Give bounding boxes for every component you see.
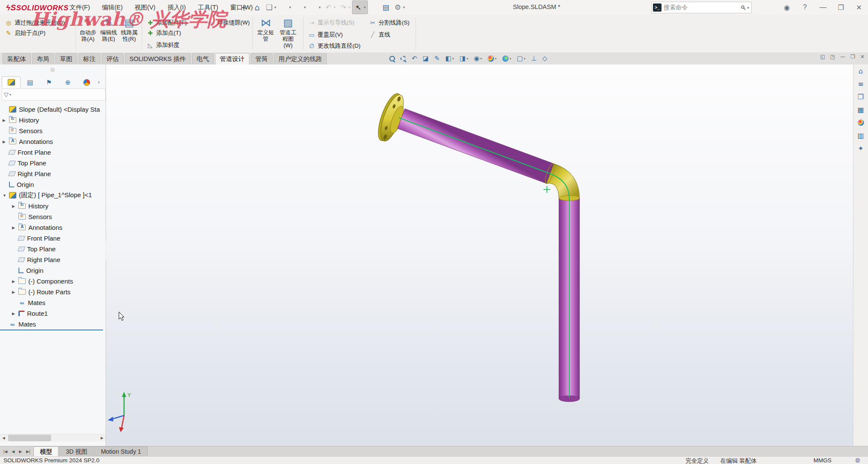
- tree-item[interactable]: Origin: [0, 179, 106, 190]
- tree-expander-icon[interactable]: ▶: [12, 204, 18, 208]
- tabs-scroll-prev-icon[interactable]: ◀: [10, 449, 16, 454]
- task-pane-tab[interactable]: ▦: [853, 103, 868, 116]
- change-route-diameter-button[interactable]: ∅ 更改线路直径(D): [307, 41, 362, 51]
- quick-access-button[interactable]: ⌂: [251, 1, 263, 14]
- document-tab[interactable]: Motion Study 1: [94, 446, 147, 457]
- quick-access-button[interactable]: ❏ ▾: [263, 1, 278, 14]
- tree-expander-icon[interactable]: ▶: [12, 226, 18, 230]
- tree-item[interactable]: ▶ Annotations: [0, 136, 106, 147]
- doc-close-icon[interactable]: ✕: [860, 54, 865, 60]
- start-by-dragdrop-button[interactable]: ◎ 通过拖/放来开始(D): [3, 18, 66, 27]
- tree-expander-icon[interactable]: ▶: [12, 311, 18, 316]
- tree-item[interactable]: Right Plane: [0, 168, 106, 179]
- heads-up-button[interactable]: ⊥: [530, 54, 537, 63]
- heads-up-button[interactable]: ▢ ▾: [516, 54, 526, 63]
- tree-item[interactable]: Front Plane: [0, 233, 106, 244]
- command-manager-tab[interactable]: 装配体: [3, 53, 31, 65]
- tree-expander-icon[interactable]: ▶: [3, 118, 9, 122]
- quick-access-button[interactable]: ↷ ▾: [337, 1, 352, 14]
- dropdown-caret-icon[interactable]: ▾: [334, 5, 336, 9]
- tree-expander-icon[interactable]: ▼: [3, 193, 9, 198]
- route-point-marker[interactable]: [543, 186, 550, 193]
- line-button[interactable]: ╱ 直线: [367, 30, 392, 40]
- pipe-drawing-button[interactable]: ▨ 管道工程图(W): [278, 16, 298, 51]
- add-fitting-button[interactable]: ✚ 添加配件(F): [145, 18, 188, 27]
- dropdown-caret-icon[interactable]: ▾: [510, 57, 511, 61]
- quick-access-button[interactable]: ⚙ ▾: [392, 1, 407, 14]
- graphics-viewport[interactable]: Y: [106, 64, 853, 446]
- tree-item[interactable]: Top Plane: [0, 244, 106, 254]
- tree-item[interactable]: ∞ Mates: [0, 297, 106, 308]
- search-input[interactable]: 搜索命令: [664, 4, 740, 12]
- dropdown-caret-icon[interactable]: ▾: [349, 5, 351, 9]
- task-pane-tab[interactable]: ≡: [853, 77, 868, 90]
- quick-access-button[interactable]: ↖ ▾: [352, 0, 368, 14]
- tree-item[interactable]: Origin: [0, 265, 106, 276]
- doc-window-tile-icon[interactable]: ◱: [820, 54, 825, 60]
- scrollbar-thumb[interactable]: [8, 435, 51, 441]
- quick-access-button[interactable]: ▾: [293, 1, 308, 14]
- heads-up-button[interactable]: ✎: [434, 54, 441, 63]
- heads-up-button[interactable]: ▾: [487, 55, 498, 63]
- define-stub-button[interactable]: ⋈ 定义短管: [256, 16, 276, 51]
- show-guidelines-button[interactable]: ⇢ 显示引导线(S): [307, 18, 356, 27]
- menu-item[interactable]: 工具(T): [193, 1, 224, 14]
- edit-route-button[interactable]: ✎ 编辑线路(E): [99, 16, 118, 51]
- route-properties-button[interactable]: ▤ 线路属性(R): [119, 16, 139, 51]
- heads-up-button[interactable]: ◪: [422, 54, 430, 63]
- command-manager-tab[interactable]: 标注: [79, 53, 100, 65]
- document-tab[interactable]: 3D 视图: [59, 446, 94, 457]
- task-pane-tab[interactable]: ✦: [853, 142, 868, 155]
- search-icon[interactable]: 🔍︎: [740, 4, 746, 11]
- tree-filter[interactable]: ▽ ▾: [2, 89, 106, 101]
- menu-item[interactable]: 编辑(E): [97, 1, 128, 14]
- doc-minimize-icon[interactable]: —: [840, 54, 845, 60]
- panel-tab[interactable]: [2, 76, 21, 88]
- tree-horizontal-scrollbar[interactable]: ◀ ▶: [0, 434, 106, 442]
- close-button[interactable]: ✕: [850, 0, 868, 15]
- panel-tab[interactable]: ⚑: [39, 76, 58, 88]
- dropdown-caret-icon[interactable]: ▾: [524, 57, 525, 61]
- tree-item[interactable]: ▶ Annotations: [0, 222, 106, 233]
- tree-item[interactable]: Sensors: [0, 211, 106, 222]
- task-pane-tab[interactable]: [853, 116, 868, 129]
- command-manager-tab[interactable]: 管筒: [251, 53, 273, 65]
- quick-access-button[interactable]: [368, 1, 380, 14]
- doc-window-cascade-icon[interactable]: ◳: [830, 54, 835, 60]
- menu-item[interactable]: 插入(I): [162, 1, 191, 14]
- filter-dropdown-icon[interactable]: ▾: [9, 93, 11, 97]
- tree-item[interactable]: ▼ (固定) [ Pipe_1^Slope ]<1: [0, 190, 106, 201]
- command-manager-tab[interactable]: 电气: [192, 53, 214, 65]
- account-icon[interactable]: ◉: [778, 0, 796, 15]
- document-tab[interactable]: 模型: [33, 446, 58, 457]
- doc-restore-icon[interactable]: ❐: [850, 54, 855, 60]
- pipe-assembly-model[interactable]: Y: [106, 64, 853, 446]
- tree-expander-icon[interactable]: ▶: [3, 140, 9, 144]
- dropdown-caret-icon[interactable]: ▾: [480, 57, 482, 61]
- command-manager-tab[interactable]: 评估: [102, 53, 124, 65]
- auto-route-button[interactable]: ✎ 自动步路(A): [78, 16, 98, 51]
- tree-item[interactable]: Sensors: [0, 125, 106, 136]
- tree-item[interactable]: ▶ (-) Components: [0, 276, 106, 287]
- tree-item[interactable]: Top Plane: [0, 158, 106, 168]
- dropdown-caret-icon[interactable]: ▾: [452, 57, 454, 61]
- tree-item[interactable]: ▶ Route1: [0, 308, 106, 319]
- heads-up-button[interactable]: ↶: [411, 54, 418, 63]
- units-status[interactable]: MMGS: [813, 457, 832, 464]
- coverings-button[interactable]: ▭ 覆盖层(V): [307, 30, 344, 40]
- tree-expander-icon[interactable]: ▶: [12, 290, 18, 294]
- status-globe-icon[interactable]: ◍: [855, 457, 860, 463]
- dropdown-caret-icon[interactable]: ▾: [495, 57, 497, 61]
- quick-access-button[interactable]: ▾: [278, 1, 293, 14]
- task-pane-tab[interactable]: ▥: [853, 129, 868, 142]
- tree-item[interactable]: Slope (Default) <Display Sta: [0, 104, 106, 115]
- search-dropdown-icon[interactable]: ▾: [747, 6, 749, 10]
- panel-tab[interactable]: [77, 76, 96, 88]
- heads-up-button[interactable]: ▾: [501, 55, 512, 63]
- quick-access-button[interactable]: ↶ ▾: [322, 1, 337, 14]
- tree-item[interactable]: ▶ History: [0, 201, 106, 211]
- heads-up-button[interactable]: ◧ ▾: [444, 54, 455, 63]
- panel-splitter-handle[interactable]: [51, 68, 55, 72]
- tree-item[interactable]: Front Plane: [0, 147, 106, 158]
- dropdown-caret-icon[interactable]: ▾: [274, 5, 276, 9]
